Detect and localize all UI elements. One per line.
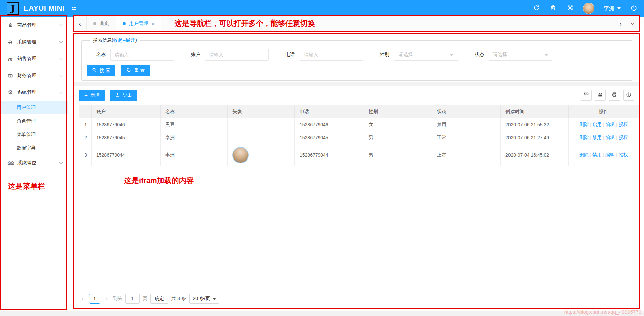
search-button[interactable]: 搜 索 bbox=[87, 65, 115, 76]
edit-link[interactable]: 编辑 bbox=[605, 152, 615, 157]
sidebar-item-role-manage[interactable]: 角色管理 bbox=[0, 114, 68, 128]
export-button[interactable]: 导出 bbox=[110, 90, 137, 101]
tab-navigation-bar: ‹ 首页 用户管理 × 这是导航栏，可以打开多个，能够任意切换 › › bbox=[73, 15, 640, 32]
cell-account: 15286779045 bbox=[92, 131, 161, 144]
current-page[interactable]: 1 bbox=[89, 294, 100, 304]
table-toolbar: + 新增 导出 bbox=[79, 90, 634, 101]
reset-button-label: 重 置 bbox=[134, 67, 145, 74]
sidebar-item-monitor[interactable]: ⚙⚙ 系统监控 bbox=[0, 154, 68, 171]
cell-avatar bbox=[228, 131, 295, 144]
close-icon[interactable]: × bbox=[151, 21, 154, 27]
col-avatar: 头像 bbox=[228, 105, 295, 118]
enable-link[interactable]: 启用 bbox=[592, 122, 602, 127]
m-icon: m bbox=[7, 56, 14, 62]
chevron-down-icon bbox=[617, 7, 621, 9]
sidebar-item-system[interactable]: ⚙ 系统管理 bbox=[0, 84, 68, 101]
col-status: 状态 bbox=[432, 105, 501, 118]
filter-columns-button[interactable] bbox=[581, 90, 592, 101]
field-name: 名称 bbox=[96, 49, 174, 61]
export-table-button[interactable] bbox=[595, 90, 606, 101]
account-input[interactable] bbox=[205, 49, 269, 61]
disable-link[interactable]: 禁用 bbox=[592, 152, 602, 157]
select-placeholder: 请选择 bbox=[398, 52, 413, 58]
field-label: 名称 bbox=[96, 52, 106, 58]
sidebar-annotation: 这是菜单栏 bbox=[8, 181, 68, 191]
refresh-button[interactable] bbox=[533, 5, 540, 12]
clear-cache-button[interactable] bbox=[549, 5, 557, 12]
user-avatar[interactable] bbox=[583, 3, 594, 14]
tabs-menu-button[interactable]: › bbox=[627, 16, 639, 31]
action-separator bbox=[590, 136, 591, 140]
power-icon bbox=[631, 5, 637, 12]
page-size-select[interactable]: 20 条/页 bbox=[189, 294, 219, 304]
authorize-link[interactable]: 授权 bbox=[619, 152, 628, 157]
col-index bbox=[79, 105, 92, 118]
action-separator bbox=[616, 136, 617, 140]
prev-page-button[interactable]: ‹ bbox=[79, 295, 86, 302]
edit-link[interactable]: 编辑 bbox=[605, 135, 615, 140]
tab-label: 用户管理 bbox=[129, 20, 148, 27]
add-button[interactable]: + 新增 bbox=[79, 90, 105, 101]
phone-input[interactable] bbox=[300, 49, 363, 61]
status-select[interactable]: 请选择 bbox=[489, 49, 552, 61]
chevron-down-icon bbox=[59, 160, 63, 164]
sidebar-item-purchase[interactable]: 采购管理 bbox=[0, 34, 68, 50]
reset-icon bbox=[126, 67, 131, 74]
fullscreen-icon bbox=[567, 5, 573, 12]
tab-label: 首页 bbox=[100, 20, 109, 27]
authorize-link[interactable]: 授权 bbox=[619, 135, 628, 140]
cell-account: 15286779044 bbox=[92, 144, 161, 166]
delete-link[interactable]: 删除 bbox=[579, 135, 589, 140]
search-panel: 搜索信息(收起--展开) 名称 账户 电话 bbox=[74, 34, 639, 82]
chevron-left-icon: ‹ bbox=[79, 20, 81, 28]
collapse-expand-link[interactable]: 收起--展开 bbox=[113, 37, 135, 43]
next-page-button[interactable]: › bbox=[103, 295, 110, 302]
gears-icon: ⚙⚙ bbox=[7, 161, 14, 166]
sidebar-item-goods[interactable]: 商品管理 bbox=[0, 17, 68, 34]
disable-link[interactable]: 禁用 bbox=[592, 135, 602, 140]
logout-button[interactable] bbox=[630, 5, 637, 12]
page-size-value: 20 条/页 bbox=[193, 296, 210, 302]
collapse-menu-icon bbox=[71, 5, 77, 12]
refresh-icon bbox=[533, 5, 540, 12]
print-button[interactable] bbox=[609, 90, 620, 101]
cell-avatar bbox=[228, 118, 295, 131]
chevron-right-icon: › bbox=[619, 20, 622, 28]
delete-link[interactable]: 删除 bbox=[579, 122, 589, 127]
footer-strip bbox=[0, 311, 644, 316]
app-title: LAYUI MINI bbox=[24, 4, 65, 13]
tab-home[interactable]: 首页 bbox=[87, 16, 116, 31]
fullscreen-button[interactable] bbox=[566, 5, 574, 12]
table-header-row: 账户 名称 头像 电话 性别 状态 创建时间 操作 bbox=[79, 105, 639, 118]
sidebar-item-data-dict[interactable]: 数据字典 bbox=[0, 141, 68, 154]
goto-page-input[interactable] bbox=[125, 294, 140, 304]
cell-name: 李洲 bbox=[161, 144, 228, 166]
reset-button[interactable]: 重 置 bbox=[121, 65, 150, 76]
add-button-label: 新增 bbox=[90, 92, 100, 98]
user-name: 李洲 bbox=[604, 5, 614, 12]
table-row: 3 15286779044 李洲 15286779044 男 正常 2020-0… bbox=[79, 144, 639, 166]
table-row: 2 15286779045 李洲 15286779045 男 正常 2020-0… bbox=[79, 131, 639, 144]
sidebar-item-user-manage[interactable]: 用户管理 bbox=[0, 101, 68, 114]
header-actions: 李洲 bbox=[533, 3, 644, 14]
main-content: 搜索信息(收起--展开) 名称 账户 电话 bbox=[73, 33, 640, 309]
car-icon bbox=[7, 39, 14, 45]
edit-link[interactable]: 编辑 bbox=[605, 122, 615, 127]
search-legend-suffix: ) bbox=[135, 37, 137, 43]
name-input[interactable] bbox=[110, 49, 174, 61]
tabs-scroll-left-button[interactable]: ‹ bbox=[74, 16, 87, 31]
authorize-link[interactable]: 授权 bbox=[619, 122, 628, 127]
tabbar-annotation: 这是导航栏，可以打开多个，能够任意切换 bbox=[175, 18, 315, 29]
user-menu[interactable]: 李洲 bbox=[604, 5, 621, 12]
delete-link[interactable]: 删除 bbox=[579, 152, 589, 157]
sidebar-item-menu-manage[interactable]: 菜单管理 bbox=[0, 128, 68, 141]
cell-created: 2020-07-06 21:27:49 bbox=[501, 131, 569, 144]
gender-select[interactable]: 请选择 bbox=[394, 49, 458, 61]
tabs-scroll-right-button[interactable]: › bbox=[614, 16, 627, 31]
confirm-page-button[interactable]: 确定 bbox=[150, 294, 168, 304]
sidebar-item-finance[interactable]: 财务管理 bbox=[0, 67, 68, 84]
sidebar-item-sales[interactable]: m 销售管理 bbox=[0, 50, 68, 67]
info-button[interactable] bbox=[623, 90, 634, 101]
tab-user-manage[interactable]: 用户管理 × bbox=[116, 16, 161, 31]
collapse-menu-button[interactable] bbox=[71, 5, 77, 12]
